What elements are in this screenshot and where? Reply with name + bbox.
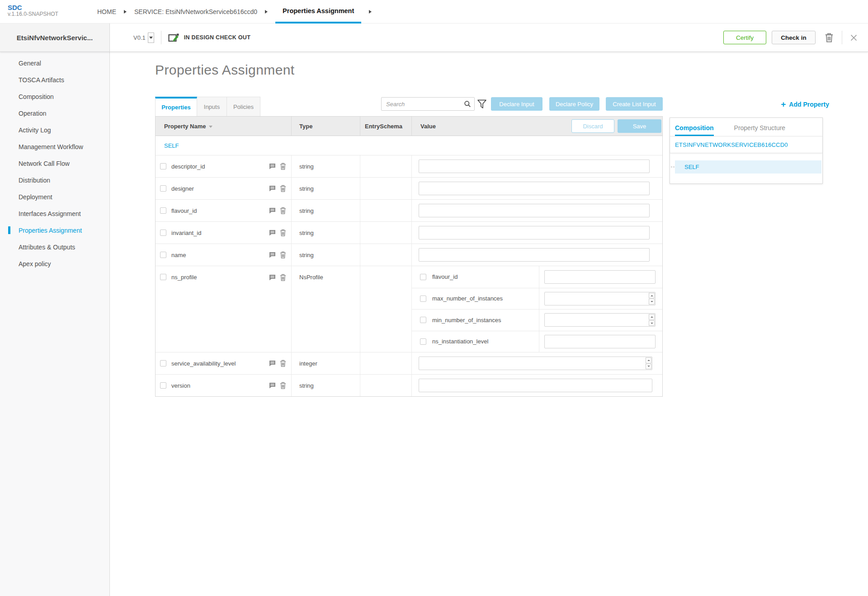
version-dropdown[interactable]: [148, 33, 154, 43]
delete-property-icon[interactable]: [280, 382, 286, 389]
row-checkbox[interactable]: [420, 274, 426, 280]
tree-branch-line: [671, 167, 675, 167]
row-checkbox[interactable]: [160, 382, 166, 389]
row-checkbox[interactable]: [160, 360, 166, 366]
value-input[interactable]: [419, 226, 650, 239]
breadcrumb-home[interactable]: HOME: [97, 0, 116, 23]
value-number-input[interactable]: [419, 357, 652, 370]
sdc-logo[interactable]: SDC v.1.16.0-SNAPSHOT: [8, 4, 58, 18]
row-checkbox[interactable]: [420, 338, 426, 345]
sidebar-item-properties-assignment[interactable]: Properties Assignment: [0, 222, 109, 239]
comment-icon[interactable]: [269, 274, 276, 281]
property-name: invariant_id: [171, 230, 202, 236]
entity-header: EtsiNfvNetworkServic... V0.1 IN DESIGN C…: [0, 23, 868, 52]
sidebar-item-activity-log[interactable]: Activity Log: [0, 122, 109, 138]
tree-item-self[interactable]: SELF: [675, 160, 821, 174]
value-input[interactable]: [419, 248, 650, 262]
comment-icon[interactable]: [269, 230, 276, 236]
search-input[interactable]: [381, 97, 475, 111]
component-link[interactable]: ETSINFVNETWORKSERVICEB616CCD0: [670, 136, 822, 153]
property-type: string: [292, 222, 360, 244]
comment-icon[interactable]: [269, 360, 276, 366]
row-checkbox[interactable]: [160, 207, 166, 214]
tab-inputs[interactable]: Inputs: [197, 97, 227, 116]
declare-policy-button[interactable]: Declare Policy: [549, 97, 599, 111]
close-icon[interactable]: [850, 34, 857, 41]
value-input[interactable]: [544, 335, 656, 348]
comment-icon[interactable]: [269, 163, 276, 169]
row-checkbox[interactable]: [160, 252, 166, 258]
comment-icon[interactable]: [269, 207, 276, 214]
certify-button[interactable]: Certify: [723, 31, 766, 44]
sidebar-item-tosca-artifacts[interactable]: TOSCA Artifacts: [0, 71, 109, 88]
sidebar-item-composition[interactable]: Composition: [0, 88, 109, 105]
create-list-input-button[interactable]: Create List Input: [606, 97, 663, 111]
sidebar-item-network-call-flow[interactable]: Network Call Flow: [0, 155, 109, 172]
tab-composition[interactable]: Composition: [675, 124, 714, 136]
tab-policies[interactable]: Policies: [227, 97, 260, 116]
breadcrumb-properties-assignment[interactable]: Properties Assignment: [275, 0, 361, 23]
sidebar-item-operation[interactable]: Operation: [0, 105, 109, 122]
discard-button[interactable]: Discard: [571, 119, 614, 133]
self-group-row[interactable]: SELF: [156, 136, 662, 155]
value-input[interactable]: [419, 160, 650, 173]
value-input[interactable]: [419, 182, 650, 195]
row-checkbox[interactable]: [420, 317, 426, 323]
property-name: designer: [171, 185, 194, 192]
delete-service-icon[interactable]: [825, 33, 834, 42]
delete-property-icon[interactable]: [280, 207, 286, 214]
sub-property-row: flavour_id: [412, 266, 662, 288]
property-type: string: [292, 244, 360, 266]
add-property-button[interactable]: + Add Property: [781, 100, 829, 108]
row-checkbox[interactable]: [420, 296, 426, 302]
sidebar-item-general[interactable]: General: [0, 55, 109, 71]
delete-property-icon[interactable]: [280, 360, 286, 367]
delete-property-icon[interactable]: [280, 185, 286, 192]
delete-property-icon[interactable]: [280, 274, 286, 281]
number-spinner[interactable]: [649, 293, 655, 305]
number-spinner[interactable]: [649, 314, 655, 326]
property-row: ns_profile NsProfile flavour_id max_numb…: [156, 266, 662, 352]
declare-input-button[interactable]: Declare Input: [491, 97, 542, 111]
property-row: service_availability_level integer: [156, 352, 662, 375]
sidebar-item-management-workflow[interactable]: Management Workflow: [0, 138, 109, 155]
value-number-input[interactable]: [544, 292, 656, 305]
check-in-button[interactable]: Check in: [772, 31, 816, 44]
value-input[interactable]: [419, 204, 650, 217]
sidebar-item-label: Apex policy: [19, 260, 51, 267]
search-icon[interactable]: [464, 100, 471, 109]
value-input[interactable]: [544, 270, 656, 284]
delete-property-icon[interactable]: [280, 163, 286, 170]
property-name: service_availability_level: [171, 360, 236, 367]
sidebar-item-deployment[interactable]: Deployment: [0, 188, 109, 205]
comment-icon[interactable]: [269, 252, 276, 258]
sidebar-item-apex-policy[interactable]: Apex policy: [0, 255, 109, 272]
save-button[interactable]: Save: [618, 119, 661, 133]
row-checkbox[interactable]: [160, 185, 166, 192]
comment-icon[interactable]: [269, 185, 276, 192]
checkout-edit-icon: [168, 33, 179, 42]
number-spinner[interactable]: [646, 357, 651, 369]
column-label: EntrySchema: [365, 123, 402, 130]
delete-property-icon[interactable]: [280, 229, 286, 236]
breadcrumb-service[interactable]: SERVICE: EtsiNfvNetworkServiceb616ccd0: [134, 0, 257, 23]
sub-property-name: min_number_of_instances: [432, 317, 501, 324]
sidebar-item-distribution[interactable]: Distribution: [0, 172, 109, 188]
column-header-property-name[interactable]: Property Name: [156, 117, 292, 136]
value-input[interactable]: [419, 379, 652, 392]
sidebar-item-attributes-outputs[interactable]: Attributes & Outputs: [0, 239, 109, 255]
property-row: version string: [156, 375, 662, 396]
tab-property-structure[interactable]: Property Structure: [734, 124, 786, 136]
comment-icon[interactable]: [269, 382, 276, 389]
sort-icon[interactable]: [209, 126, 212, 128]
row-checkbox[interactable]: [160, 274, 166, 280]
property-type: string: [292, 178, 360, 199]
value-number-input[interactable]: [544, 313, 656, 327]
filter-icon[interactable]: [477, 99, 487, 111]
delete-property-icon[interactable]: [280, 251, 286, 258]
tab-properties[interactable]: Properties: [155, 97, 197, 116]
row-checkbox[interactable]: [160, 230, 166, 236]
entry-schema-cell: [360, 222, 412, 244]
sidebar-item-interfaces-assignment[interactable]: Interfaces Assignment: [0, 205, 109, 222]
row-checkbox[interactable]: [160, 163, 166, 169]
